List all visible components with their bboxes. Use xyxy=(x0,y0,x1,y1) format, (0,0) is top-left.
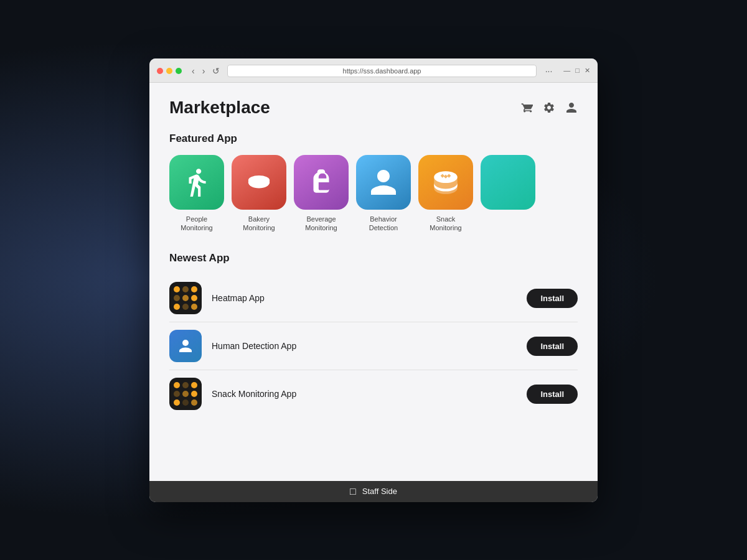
svg-point-3 xyxy=(182,340,189,346)
newest-app-row-human: Human Detection App Install xyxy=(169,322,578,370)
window-controls: — □ ✕ xyxy=(563,67,590,75)
heatmap-app-name: Heatmap App xyxy=(212,293,517,303)
page-content: Marketplace xyxy=(149,83,598,481)
app-card-behavior[interactable]: BehaviorDetection xyxy=(356,155,411,233)
app-card-snack[interactable]: SnackMonitoring xyxy=(418,155,473,233)
taskbar-label: Staff Side xyxy=(362,487,397,496)
nav-buttons: ‹ › ↺ xyxy=(189,65,222,77)
heatmap-dots xyxy=(174,286,197,310)
human-detection-app-name: Human Detection App xyxy=(212,341,517,351)
taskbar: □ Staff Side xyxy=(149,481,598,502)
forward-button[interactable]: › xyxy=(200,65,208,77)
newest-apps-list: Heatmap App Install Human Dete xyxy=(169,274,578,418)
snack-monitoring-app-icon xyxy=(169,378,202,410)
extra-app-icon xyxy=(481,155,535,210)
newest-app-row-snack-app: Snack Monitoring App Install xyxy=(169,370,578,418)
newest-app-row-heatmap: Heatmap App Install xyxy=(169,274,578,322)
people-monitoring-icon xyxy=(169,155,224,210)
address-bar[interactable]: https://sss.dashboard.app xyxy=(227,65,536,77)
screen-background: ‹ › ↺ https://sss.dashboard.app ··· — □ … xyxy=(0,0,747,560)
snack-monitoring-app-name: Snack Monitoring App xyxy=(212,389,517,399)
beverage-monitoring-label: BeverageMonitoring xyxy=(305,215,337,233)
win-maximize[interactable]: □ xyxy=(575,67,580,75)
cart-icon[interactable] xyxy=(520,101,533,117)
featured-section: Featured App PeopleMonitoring xyxy=(169,133,578,233)
header-actions xyxy=(520,101,578,117)
browser-chrome: ‹ › ↺ https://sss.dashboard.app ··· — □ … xyxy=(149,58,598,83)
win-minimize[interactable]: — xyxy=(563,67,570,75)
snack-monitoring-label: SnackMonitoring xyxy=(430,215,461,233)
maximize-window-button[interactable] xyxy=(176,68,182,74)
bakery-monitoring-icon xyxy=(232,155,286,210)
behavior-detection-icon xyxy=(356,155,411,210)
featured-apps-list: PeopleMonitoring BakeryMonitoring xyxy=(169,155,578,233)
bakery-monitoring-label: BakeryMonitoring xyxy=(243,215,275,233)
app-card-bakery[interactable]: BakeryMonitoring xyxy=(232,155,286,233)
app-card-extra[interactable] xyxy=(481,155,535,233)
browser-window: ‹ › ↺ https://sss.dashboard.app ··· — □ … xyxy=(149,58,598,502)
human-detection-app-icon xyxy=(169,330,202,362)
user-icon[interactable] xyxy=(565,101,578,117)
beverage-monitoring-icon xyxy=(294,155,349,210)
snack-dots xyxy=(174,382,197,406)
people-monitoring-label: PeopleMonitoring xyxy=(181,215,212,233)
settings-icon[interactable] xyxy=(543,101,555,117)
behavior-detection-label: BehaviorDetection xyxy=(369,215,398,233)
heatmap-install-button[interactable]: Install xyxy=(527,289,578,308)
refresh-button[interactable]: ↺ xyxy=(210,65,222,77)
traffic-lights xyxy=(157,68,182,74)
close-window-button[interactable] xyxy=(157,68,163,74)
snack-monitoring-icon xyxy=(418,155,473,210)
human-detection-install-button[interactable]: Install xyxy=(527,337,578,356)
svg-point-1 xyxy=(248,175,270,185)
taskbar-monitor-icon: □ xyxy=(350,486,356,497)
page-header: Marketplace xyxy=(169,98,578,118)
app-card-beverage[interactable]: BeverageMonitoring xyxy=(294,155,349,233)
snack-monitoring-install-button[interactable]: Install xyxy=(527,385,578,404)
page-title: Marketplace xyxy=(169,98,270,118)
newest-section-title: Newest App xyxy=(169,252,578,264)
win-close[interactable]: ✕ xyxy=(585,67,590,75)
newest-section: Newest App xyxy=(169,252,578,418)
minimize-window-button[interactable] xyxy=(166,68,172,74)
svg-rect-2 xyxy=(319,172,324,173)
browser-menu[interactable]: ··· xyxy=(542,65,557,77)
heatmap-app-icon xyxy=(169,282,202,314)
app-card-people[interactable]: PeopleMonitoring xyxy=(169,155,224,233)
back-button[interactable]: ‹ xyxy=(189,65,197,77)
featured-section-title: Featured App xyxy=(169,133,578,145)
